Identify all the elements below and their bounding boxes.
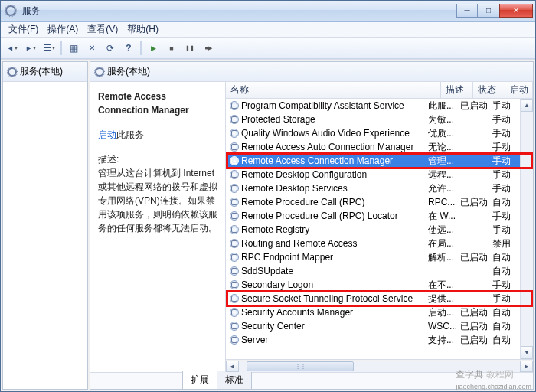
service-desc: 为敏... <box>428 113 460 126</box>
menu-file[interactable]: 文件(F) <box>4 21 43 38</box>
titlebar[interactable]: 服务 ─ □ ✕ <box>1 1 535 22</box>
col-desc[interactable]: 描述 <box>441 82 473 98</box>
start-service-button[interactable] <box>145 40 162 57</box>
maximize-button[interactable]: □ <box>478 4 499 18</box>
service-icon <box>229 307 240 318</box>
app-icon <box>5 5 18 18</box>
service-row[interactable]: Quality Windows Audio Video Experience优质… <box>226 126 520 140</box>
service-row[interactable]: Protected Storage为敏...手动 <box>226 113 520 126</box>
service-name: SddSUpdate <box>241 266 428 276</box>
service-desc: 允许... <box>428 182 460 195</box>
service-row[interactable]: Server支持...已启动自动 <box>226 333 520 347</box>
service-startup: 手动 <box>492 210 520 223</box>
service-startup: 禁用 <box>492 237 520 250</box>
service-row[interactable]: Program Compatibility Assistant Service此… <box>226 99 520 113</box>
nav-back-button[interactable] <box>4 40 21 57</box>
minimize-button[interactable]: ─ <box>456 4 478 18</box>
service-icon <box>229 279 240 290</box>
service-icon <box>229 321 240 332</box>
tree-label: 服务(本地) <box>20 65 63 78</box>
service-row[interactable]: Security CenterWSC...已启动自动 <box>226 319 520 333</box>
nav-forward-button[interactable] <box>22 40 39 57</box>
gear-icon <box>8 67 17 77</box>
service-row[interactable]: Remote Access Connection Manager管理...手动 <box>226 154 520 168</box>
service-startup: 手动 <box>492 100 520 113</box>
service-desc: WSC... <box>428 321 460 332</box>
service-desc: 支持... <box>428 334 460 347</box>
col-startup[interactable]: 启动 <box>505 82 533 98</box>
scroll-track[interactable] <box>521 112 533 346</box>
tree-node-services[interactable]: 服务(本地) <box>3 62 87 82</box>
col-status[interactable]: 状态 <box>473 82 505 98</box>
scroll-down-button[interactable]: ▼ <box>521 346 533 359</box>
start-link[interactable]: 启动 <box>98 129 116 140</box>
service-row[interactable]: Secondary Logon在不...手动 <box>226 278 520 292</box>
right-header: 服务(本地) <box>90 62 533 82</box>
service-startup: 手动 <box>492 141 520 154</box>
body: 服务(本地) 服务(本地) Remote Access Connection M… <box>1 59 535 391</box>
service-icon <box>229 211 240 221</box>
menubar: 文件(F) 操作(A) 查看(V) 帮助(H) <box>1 22 535 38</box>
menu-action[interactable]: 操作(A) <box>43 21 83 38</box>
refresh-button[interactable] <box>102 40 119 57</box>
scroll-up-button[interactable]: ▲ <box>521 99 533 112</box>
service-row[interactable]: Remote Procedure Call (RPC)RPC...已启动自动 <box>226 195 520 209</box>
close-button[interactable]: ✕ <box>499 4 533 18</box>
watermark: 查字典 教程网 jiaocheng.chazidian.com <box>456 368 531 390</box>
pause-service-button[interactable] <box>181 40 198 57</box>
service-desc: RPC... <box>428 197 460 207</box>
service-icon <box>229 114 240 125</box>
service-name: Remote Desktop Configuration <box>241 169 428 180</box>
menu-help[interactable]: 帮助(H) <box>123 21 163 38</box>
service-row[interactable]: RPC Endpoint Mapper解析...已启动自动 <box>226 250 520 264</box>
service-row[interactable]: Secure Socket Tunneling Protocol Service… <box>226 292 520 305</box>
service-row[interactable]: Routing and Remote Access在局...禁用 <box>226 237 520 250</box>
service-row[interactable]: Remote Registry使远...手动 <box>226 223 520 237</box>
rows: Program Compatibility Assistant Service此… <box>226 99 520 359</box>
service-row[interactable]: SddSUpdate自动 <box>226 264 520 278</box>
service-name: Security Accounts Manager <box>241 307 428 318</box>
service-row[interactable]: Remote Desktop Configuration远程...手动 <box>226 168 520 181</box>
menu-view[interactable]: 查看(V) <box>83 21 123 38</box>
service-row[interactable]: Remote Access Auto Connection Manager无论.… <box>226 140 520 154</box>
service-icon <box>229 142 240 152</box>
service-row[interactable]: Remote Desktop Services允许...手动 <box>226 181 520 195</box>
service-status: 已启动 <box>460 251 492 264</box>
service-icon <box>229 252 240 263</box>
col-name[interactable]: 名称 <box>226 82 441 98</box>
restart-service-button[interactable] <box>200 40 217 57</box>
help-button[interactable] <box>120 40 137 57</box>
scroll-left-button[interactable]: ◄ <box>226 361 239 372</box>
service-startup: 自动 <box>492 251 520 264</box>
service-name: Secure Socket Tunneling Protocol Service <box>241 293 428 304</box>
service-startup: 自动 <box>492 320 520 333</box>
vertical-scrollbar[interactable]: ▲ ▼ <box>520 99 533 359</box>
delete-button[interactable] <box>83 40 100 57</box>
service-startup: 手动 <box>492 127 520 140</box>
service-icon <box>229 197 240 207</box>
service-desc: 在 W... <box>428 210 460 223</box>
service-desc: 提供... <box>428 292 460 305</box>
service-desc: 优质... <box>428 127 460 140</box>
tab-extended[interactable]: 扩展 <box>182 371 217 389</box>
scroll-thumb[interactable] <box>247 361 354 371</box>
toolbar <box>1 38 535 59</box>
properties-button[interactable] <box>65 40 82 57</box>
stop-service-button[interactable] <box>163 40 180 57</box>
show-hide-button[interactable] <box>41 40 57 57</box>
tab-standard[interactable]: 标准 <box>217 371 252 389</box>
service-icon <box>229 335 240 345</box>
gear-icon <box>95 67 104 77</box>
service-status: 已启动 <box>460 334 492 347</box>
service-startup: 自动 <box>492 265 520 278</box>
service-row[interactable]: Security Accounts Manager启动...已启动自动 <box>226 305 520 319</box>
console-tree: 服务(本地) <box>2 61 88 390</box>
service-name: Security Center <box>241 321 428 332</box>
service-icon <box>229 128 240 139</box>
service-desc: 在局... <box>428 237 460 250</box>
service-row[interactable]: Remote Procedure Call (RPC) Locator在 W..… <box>226 209 520 223</box>
column-headers: 名称 描述 状态 启动 <box>226 82 533 99</box>
service-icon <box>229 183 240 194</box>
service-name: Remote Access Connection Manager <box>241 155 428 166</box>
service-name: Server <box>241 335 428 345</box>
